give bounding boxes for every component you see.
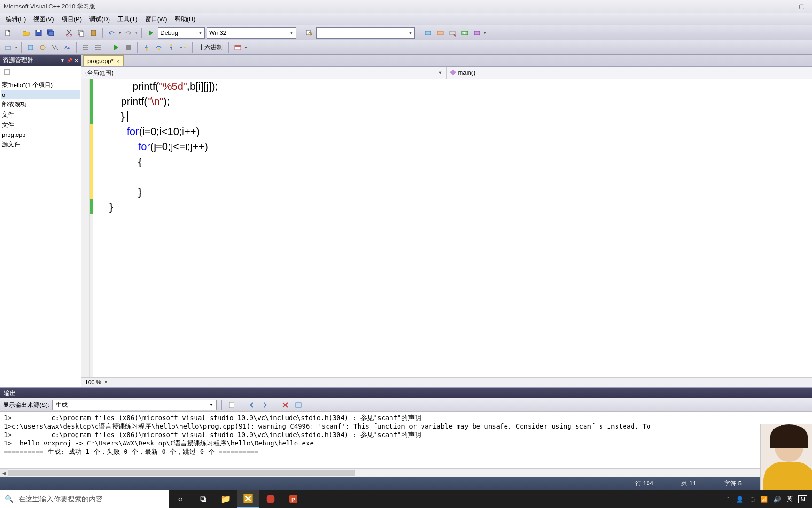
taskview-icon[interactable]: ⧉ [192, 490, 214, 508]
tree-node[interactable]: 源文件 [1, 139, 80, 150]
svg-rect-14 [437, 31, 443, 35]
step-over-icon[interactable] [154, 42, 164, 53]
tool-a-icon[interactable] [3, 42, 13, 53]
explorer-icon[interactable]: 📁 [214, 490, 237, 508]
ext4-icon[interactable] [460, 28, 470, 38]
scroll-thumb[interactable] [8, 470, 355, 476]
tray-up-icon[interactable]: ˄ [727, 496, 730, 503]
title-bar: Microsoft Visual C++ 2010 学习版 — ▢ [0, 0, 812, 13]
tray-people-icon[interactable]: 👤 [736, 496, 743, 503]
new-icon[interactable] [3, 28, 13, 38]
menu-window[interactable]: 窗口(W) [141, 14, 171, 25]
taskbar-search[interactable]: 🔍 在这里输入你要搜索的内容 [0, 490, 169, 508]
tree-node[interactable]: 部依赖项 [1, 99, 80, 110]
scope-left-combo[interactable]: (全局范围)▼ [81, 67, 447, 79]
webcam-overlay [760, 424, 812, 490]
svg-rect-10 [92, 30, 95, 31]
find-in-files-icon[interactable] [304, 28, 314, 38]
open-icon[interactable] [21, 28, 31, 38]
search-placeholder: 在这里输入你要搜索的内容 [18, 495, 103, 504]
menu-project[interactable]: 项目(P) [58, 14, 86, 25]
menu-tools[interactable]: 工具(T) [114, 14, 141, 25]
find-combo[interactable]: ▼ [316, 27, 415, 39]
app1-icon[interactable] [259, 490, 282, 508]
vs-taskbar-icon[interactable] [237, 490, 259, 508]
ext2-icon[interactable] [435, 28, 445, 38]
output-text[interactable]: 1> c:\program files (x86)\microsoft visu… [0, 412, 812, 468]
tray-net-icon[interactable]: ⬚ [749, 496, 755, 503]
tool-e-icon[interactable]: A» [62, 42, 72, 53]
outdent-icon[interactable] [93, 42, 103, 53]
hex-label[interactable]: 十六进制 [196, 43, 225, 52]
output-next-icon[interactable] [260, 400, 270, 410]
ime-mode[interactable]: M [798, 495, 807, 503]
svg-rect-27 [184, 47, 186, 48]
output-scrollbar[interactable]: ◀ ▶ [0, 468, 812, 477]
code-text[interactable]: printf("%5d",b[i][j]); printf("\n"); } f… [93, 79, 812, 377]
output-tool1-icon[interactable] [226, 400, 237, 410]
undo-icon[interactable] [107, 28, 117, 38]
svg-rect-19 [28, 45, 33, 50]
step-icon[interactable] [178, 42, 188, 53]
save-all-icon[interactable] [46, 28, 56, 38]
close-tab-icon[interactable]: × [117, 58, 119, 64]
svg-rect-26 [180, 47, 182, 48]
config-combo[interactable]: Debug▼ [158, 27, 205, 39]
cut-icon[interactable] [64, 28, 74, 38]
menu-view[interactable]: 视图(V) [30, 14, 57, 25]
ext1-icon[interactable] [423, 28, 433, 38]
menu-debug[interactable]: 调试(D) [86, 14, 114, 25]
ext3-icon[interactable] [447, 28, 458, 38]
cortana-icon[interactable]: ○ [169, 490, 192, 508]
paste-icon[interactable] [88, 28, 99, 38]
svg-rect-13 [425, 31, 431, 35]
panel-pin-icon[interactable]: 📌 [67, 58, 72, 63]
powerpoint-icon[interactable]: P [282, 490, 304, 508]
tool-d-icon[interactable] [50, 42, 60, 53]
output-source-combo[interactable]: 生成▼ [52, 400, 217, 410]
menu-edit[interactable]: 编辑(E) [2, 14, 30, 25]
file-tab[interactable]: prog.cpp* × [83, 55, 124, 66]
copy-icon[interactable] [76, 28, 86, 38]
tray-vol-icon[interactable]: 🔊 [773, 496, 781, 503]
solution-tree[interactable]: 案"hello"(1 个项目) o 部依赖项 文件 文件 prog.cpp 源文… [0, 78, 81, 387]
ext5-icon[interactable] [472, 28, 482, 38]
ime-lang[interactable]: 英 [787, 495, 793, 503]
output-clear-icon[interactable] [280, 400, 290, 410]
tree-node[interactable]: 文件 [1, 120, 80, 130]
output-prev-icon[interactable] [247, 400, 257, 410]
menu-help[interactable]: 帮助(H) [171, 14, 199, 25]
redo-icon[interactable] [123, 28, 133, 38]
panel-dropdown-icon[interactable]: ▼ [60, 58, 65, 63]
scope-bar: (全局范围)▼ main() [81, 67, 812, 79]
solution-node[interactable]: 案"hello"(1 个项目) [1, 80, 80, 90]
platform-combo[interactable]: Win32▼ [207, 27, 296, 39]
minimize-button[interactable]: — [779, 2, 792, 11]
maximize-button[interactable]: ▢ [795, 2, 808, 11]
output-from-label: 显示输出来源(S): [3, 401, 49, 409]
panel-close-icon[interactable]: ✕ [74, 58, 78, 63]
properties-icon[interactable] [2, 67, 12, 77]
scope-right-combo[interactable]: main() [447, 67, 812, 79]
stop-debug-icon[interactable] [123, 42, 133, 53]
scroll-left-icon[interactable]: ◀ [0, 469, 8, 477]
run-icon[interactable] [146, 28, 156, 38]
step-into-icon[interactable] [141, 42, 152, 53]
save-icon[interactable] [33, 28, 44, 38]
tool-c-icon[interactable] [38, 42, 48, 53]
window-icon[interactable] [233, 42, 243, 53]
indent-icon[interactable] [80, 42, 91, 53]
zoom-value[interactable]: 100 % [85, 379, 101, 386]
tray-wifi-icon[interactable]: 📶 [760, 496, 768, 503]
tool-b-icon[interactable] [25, 42, 36, 53]
tree-node[interactable]: 文件 [1, 110, 80, 120]
tree-node-file[interactable]: prog.cpp [1, 130, 80, 139]
file-tab-name: prog.cpp* [87, 57, 114, 64]
code-editor[interactable]: printf("%5d",b[i][j]); printf("\n"); } f… [81, 79, 812, 377]
step-out-icon[interactable] [166, 42, 176, 53]
tree-node[interactable]: o [1, 90, 80, 99]
output-title: 输出 [0, 388, 812, 398]
output-wrap-icon[interactable] [293, 400, 304, 410]
start-debug-icon[interactable] [111, 42, 121, 53]
menu-bar: 编辑(E) 视图(V) 项目(P) 调试(D) 工具(T) 窗口(W) 帮助(H… [0, 13, 812, 25]
